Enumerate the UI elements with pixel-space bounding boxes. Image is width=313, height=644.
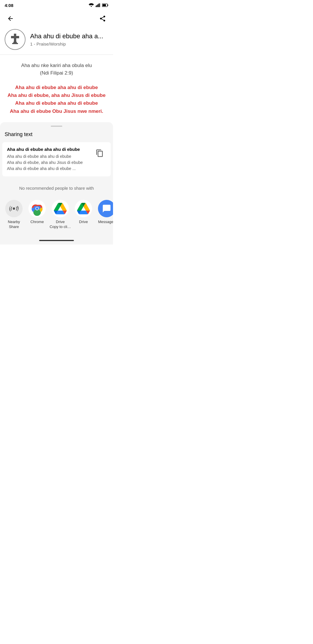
song-category: 1 - Praise/Worship [30, 41, 108, 46]
copy-icon [96, 149, 104, 157]
app-drive-copy[interactable]: DriveCopy to cli… [49, 200, 72, 229]
sheet-handle [51, 126, 62, 127]
drive-copy-icon [54, 202, 67, 215]
nearby-share-icon [9, 204, 19, 214]
signal-icon [96, 3, 100, 7]
home-indicator [39, 240, 74, 241]
song-chorus: Aha ahu di ebube aha ahu di ebube Aha ah… [5, 84, 108, 115]
drive-icon-wrap [75, 200, 92, 217]
drive-label: Drive [79, 220, 88, 225]
top-navigation [0, 10, 113, 27]
svg-rect-7 [103, 4, 106, 6]
svg-rect-11 [12, 43, 18, 44]
song-verse: Aha ahu nke kariri aha obula elu(Ndi Fil… [5, 62, 108, 77]
svg-rect-4 [99, 3, 100, 7]
song-info: Aha ahu di ebube aha a... 1 - Praise/Wor… [30, 32, 108, 46]
drive-icon [77, 202, 90, 215]
app-messages[interactable]: Messages [95, 200, 113, 229]
app-drive[interactable]: Drive [72, 200, 95, 229]
back-icon [7, 15, 14, 22]
app-chrome[interactable]: Chrome [26, 200, 49, 229]
status-icons [89, 3, 108, 7]
svg-point-12 [13, 207, 15, 210]
svg-rect-1 [97, 5, 97, 7]
svg-rect-10 [13, 42, 17, 43]
song-title: Aha ahu di ebube aha a... [30, 32, 108, 40]
chrome-label: Chrome [30, 220, 44, 225]
app-nearby-share[interactable]: Nearby Share [2, 200, 26, 229]
svg-rect-3 [99, 3, 99, 7]
messages-label: Messages [98, 220, 113, 225]
back-button[interactable] [5, 13, 16, 24]
song-icon [5, 29, 26, 50]
share-title: Sharing text [0, 131, 113, 142]
no-recommended-text: No recommended people to share with [0, 176, 113, 200]
apps-row: Nearby Share [0, 200, 113, 236]
song-header: Aha ahu di ebube aha a... 1 - Praise/Wor… [0, 27, 113, 55]
chrome-icon-wrap [28, 200, 46, 217]
messages-icon [102, 204, 111, 213]
preview-title: Aha ahu di ebube aha ahu di ebube [7, 147, 90, 152]
copy-button[interactable] [93, 147, 106, 160]
svg-point-16 [36, 207, 39, 210]
cross-icon [8, 32, 22, 46]
svg-rect-2 [97, 4, 98, 7]
song-content: Aha ahu nke kariri aha obula elu(Ndi Fil… [0, 55, 113, 122]
status-time: 4:08 [5, 3, 13, 8]
share-button[interactable] [97, 13, 108, 24]
drive-copy-label: DriveCopy to cli… [50, 220, 71, 229]
preview-body: Aha ahu di ebube aha ahu di ebube Aha ah… [7, 153, 90, 172]
wifi-icon [89, 3, 94, 7]
nearby-share-icon-wrap [5, 200, 23, 217]
drive-copy-icon-wrap [52, 200, 69, 217]
nearby-share-label: Nearby Share [2, 220, 26, 229]
svg-rect-0 [96, 6, 96, 7]
messages-icon-wrap [98, 200, 113, 217]
share-preview: Aha ahu di ebube aha ahu di ebube Aha ah… [2, 142, 111, 176]
share-icon [99, 15, 106, 22]
svg-rect-9 [11, 36, 19, 38]
share-sheet: Sharing text Aha ahu di ebube aha ahu di… [0, 122, 113, 245]
home-bar [0, 236, 113, 245]
chrome-icon [30, 201, 44, 216]
preview-text: Aha ahu di ebube aha ahu di ebube Aha ah… [7, 147, 90, 172]
status-bar: 4:08 [0, 0, 113, 10]
svg-rect-6 [108, 4, 108, 6]
battery-icon [102, 3, 108, 7]
